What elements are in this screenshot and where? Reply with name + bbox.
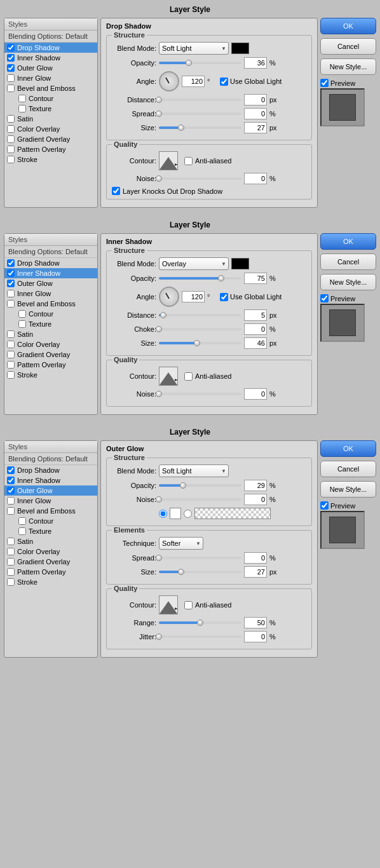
style-checkbox-8[interactable] [7,548,15,555]
angle-input[interactable] [182,76,205,87]
sidebar-item-color-overlay[interactable]: Color Overlay [4,124,97,134]
cancel-button-1[interactable]: Cancel [320,254,376,270]
technique-wrapper[interactable]: Softer [159,537,203,550]
style-checkbox-10[interactable] [7,568,15,576]
preview-checkbox-0[interactable] [320,79,329,87]
gradient-radio[interactable] [184,510,192,518]
sidebar-item-pattern-overlay[interactable]: Pattern Overlay [4,360,97,370]
style-checkbox-1[interactable] [7,269,15,277]
sidebar-item-stroke[interactable]: Stroke [4,370,97,380]
sidebar-item-inner-shadow[interactable]: Inner Shadow [4,268,97,278]
spread-input[interactable] [244,552,267,564]
ok-button-0[interactable]: OK [320,18,376,34]
noise-input[interactable] [244,494,267,505]
style-checkbox-5[interactable] [18,517,26,525]
sidebar-item-satin[interactable]: Satin [4,114,97,124]
new-style-button-0[interactable]: New Style... [320,58,376,75]
sidebar-item-texture[interactable]: Texture [4,104,97,114]
style-checkbox-0[interactable] [7,44,15,51]
new-style-button-2[interactable]: New Style... [320,481,376,498]
style-checkbox-2[interactable] [7,280,15,287]
ok-button-2[interactable]: OK [320,440,376,457]
new-style-button-1[interactable]: New Style... [320,274,376,290]
angle-input[interactable] [182,291,205,302]
angle-dial[interactable] [159,71,179,92]
style-checkbox-4[interactable] [7,85,15,92]
style-checkbox-2[interactable] [7,64,15,72]
sidebar-item-contour[interactable]: Contour [4,516,97,526]
sidebar-item-satin[interactable]: Satin [4,329,97,339]
style-checkbox-9[interactable] [7,351,15,358]
size-input[interactable] [244,122,267,133]
technique-select[interactable]: Softer [159,537,203,550]
sidebar-item-outer-glow[interactable]: Outer Glow [4,63,97,73]
angle-dial[interactable] [159,287,179,307]
noise-input[interactable] [244,388,267,400]
sidebar-item-texture[interactable]: Texture [4,319,97,329]
style-checkbox-3[interactable] [7,290,15,297]
blend-color-swatch[interactable] [231,43,249,54]
sidebar-item-contour[interactable]: Contour [4,93,97,104]
style-checkbox-4[interactable] [7,507,15,515]
anti-alias-checkbox[interactable] [184,601,193,609]
blend-color-swatch[interactable] [231,258,249,269]
sidebar-item-bevel-and-emboss[interactable]: Bevel and Emboss [4,299,97,309]
sidebar-item-drop-shadow[interactable]: Drop Shadow [4,465,97,475]
style-checkbox-9[interactable] [7,135,15,143]
sidebar-item-outer-glow[interactable]: Outer Glow [4,278,97,288]
blend-mode-wrapper[interactable]: Soft Light [159,465,229,477]
sidebar-item-gradient-overlay[interactable]: Gradient Overlay [4,349,97,360]
opacity-input[interactable] [244,57,267,69]
style-checkbox-6[interactable] [18,105,26,112]
blend-mode-select[interactable]: Soft Light [159,465,229,477]
range-input[interactable] [244,617,267,628]
cancel-button-2[interactable]: Cancel [320,461,376,477]
noise-input[interactable] [244,173,267,184]
style-checkbox-6[interactable] [18,320,26,328]
global-light-checkbox[interactable] [220,78,228,86]
style-checkbox-5[interactable] [18,310,26,318]
jitter-input[interactable] [244,631,267,642]
sidebar-item-drop-shadow[interactable]: Drop Shadow [4,43,97,53]
opacity-input[interactable] [244,273,267,284]
style-checkbox-3[interactable] [7,497,15,505]
preview-checkbox-1[interactable] [320,294,329,302]
style-checkbox-8[interactable] [7,341,15,348]
sidebar-item-inner-shadow[interactable]: Inner Shadow [4,53,97,63]
style-checkbox-6[interactable] [18,527,26,535]
blending-options-1[interactable]: Blending Options: Default [4,246,97,258]
sidebar-item-stroke[interactable]: Stroke [4,154,97,165]
style-checkbox-11[interactable] [7,578,15,586]
size-input[interactable] [244,337,267,349]
sidebar-item-inner-glow[interactable]: Inner Glow [4,73,97,83]
ok-button-1[interactable]: OK [320,233,376,250]
opacity-input[interactable] [244,480,267,491]
sidebar-item-pattern-overlay[interactable]: Pattern Overlay [4,567,97,577]
style-checkbox-7[interactable] [7,330,15,338]
anti-alias-checkbox[interactable] [184,372,193,381]
cancel-button-0[interactable]: Cancel [320,38,376,55]
sidebar-item-pattern-overlay[interactable]: Pattern Overlay [4,144,97,154]
style-checkbox-1[interactable] [7,54,15,62]
blending-options-0[interactable]: Blending Options: Default [4,31,97,43]
blend-mode-select[interactable]: Soft Light [159,42,229,55]
blending-options-2[interactable]: Blending Options: Default [4,453,97,465]
style-checkbox-0[interactable] [7,466,15,474]
sidebar-item-texture[interactable]: Texture [4,526,97,536]
global-light-checkbox[interactable] [220,293,228,301]
sidebar-item-satin[interactable]: Satin [4,536,97,546]
spread-input[interactable] [244,108,267,119]
style-checkbox-7[interactable] [7,538,15,545]
blend-mode-wrapper[interactable]: Overlay [159,257,229,270]
anti-alias-checkbox[interactable] [184,157,193,165]
gradient-box[interactable] [194,508,271,519]
style-checkbox-3[interactable] [7,74,15,82]
sidebar-item-stroke[interactable]: Stroke [4,577,97,587]
sidebar-item-inner-glow[interactable]: Inner Glow [4,496,97,506]
distance-input[interactable] [244,309,267,321]
sidebar-item-gradient-overlay[interactable]: Gradient Overlay [4,134,97,144]
sidebar-item-drop-shadow[interactable]: Drop Shadow [4,258,97,268]
blend-mode-wrapper[interactable]: Soft Light [159,42,229,55]
choke-input[interactable] [244,323,267,335]
style-checkbox-0[interactable] [7,259,15,267]
